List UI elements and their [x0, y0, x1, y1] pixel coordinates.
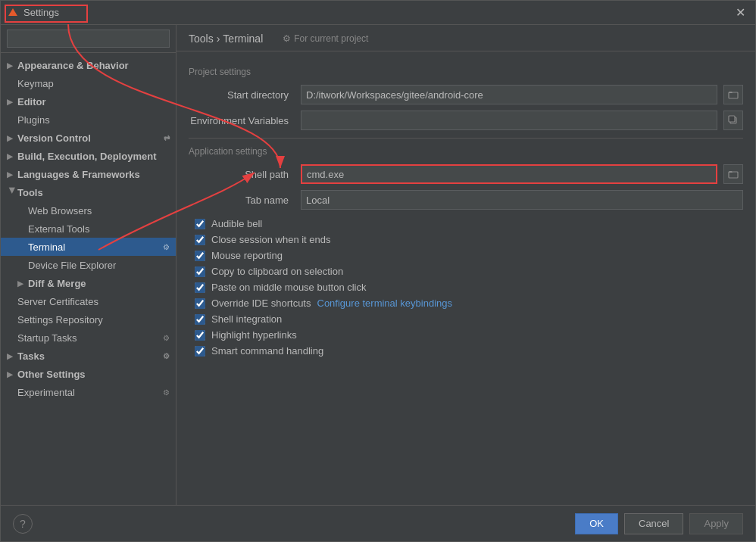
sidebar: ▶ Appearance & Behavior Keymap ▶ Editor …	[1, 25, 177, 505]
shell-integration-checkbox[interactable]	[195, 314, 205, 325]
paste-middle-checkbox[interactable]	[195, 282, 205, 293]
sidebar-item-server-certificates[interactable]: Server Certificates	[1, 292, 176, 310]
sidebar-item-web-browsers[interactable]: Web Browsers	[1, 201, 176, 220]
tab-name-row: Tab name	[189, 190, 743, 210]
highlight-hyperlinks-row: Highlight hyperlinks	[189, 327, 743, 343]
main-panel: Tools › Terminal ⚙ For current project P…	[177, 25, 755, 505]
folder-icon-2	[728, 169, 739, 179]
override-ide-row: Override IDE shortcuts Configure termina…	[189, 295, 743, 311]
start-directory-browse-button[interactable]	[723, 85, 743, 104]
arrow-icon: ▶	[17, 279, 28, 288]
smart-command-row: Smart command handling	[189, 343, 743, 359]
audible-bell-row: Audible bell	[189, 216, 743, 232]
sidebar-item-keymap[interactable]: Keymap	[1, 74, 176, 92]
divider-1	[189, 138, 743, 139]
sidebar-item-appearance[interactable]: ▶ Appearance & Behavior	[1, 56, 176, 74]
panel-header: Tools › Terminal ⚙ For current project	[177, 25, 755, 51]
breadcrumb: Tools › Terminal	[189, 33, 263, 45]
close-session-checkbox[interactable]	[195, 235, 205, 245]
sidebar-item-build[interactable]: ▶ Build, Execution, Deployment	[1, 147, 176, 165]
close-session-label[interactable]: Close session when it ends	[211, 234, 331, 245]
sidebar-item-terminal[interactable]: Terminal ⚙	[1, 238, 176, 256]
tasks2-icon: ⚙	[163, 352, 170, 360]
copy-clipboard-checkbox[interactable]	[195, 266, 205, 277]
shell-path-input[interactable]	[301, 164, 717, 184]
sync-icon: ⇄	[164, 134, 170, 142]
title-bar: Settings ✕	[1, 1, 755, 25]
sidebar-item-external-tools[interactable]: External Tools	[1, 220, 176, 238]
config-icon: ⚙	[163, 243, 170, 251]
configure-keybindings-link[interactable]: Configure terminal keybindings	[317, 297, 452, 309]
arrow-icon: ▶	[7, 98, 17, 106]
sidebar-item-experimental[interactable]: Experimental ⚙	[1, 383, 176, 401]
audible-bell-checkbox[interactable]	[195, 219, 205, 229]
tab-name-input[interactable]	[301, 190, 743, 210]
arrow-icon: ▶	[7, 352, 17, 360]
project-settings-title: Project settings	[189, 67, 743, 77]
smart-command-checkbox[interactable]	[195, 346, 205, 357]
sidebar-item-tasks[interactable]: ▶ Tasks ⚙	[1, 347, 176, 365]
arrow-icon: ▶	[7, 370, 17, 378]
svg-rect-1	[729, 92, 738, 98]
sidebar-item-editor[interactable]: ▶ Editor	[1, 92, 176, 111]
mouse-reporting-checkbox[interactable]	[195, 251, 205, 261]
search-input[interactable]	[7, 30, 170, 48]
svg-rect-3	[729, 116, 735, 122]
bottom-right: OK Cancel Apply	[575, 513, 743, 534]
env-vars-copy-button[interactable]	[723, 111, 743, 130]
sidebar-item-plugins[interactable]: Plugins	[1, 111, 176, 129]
highlight-hyperlinks-checkbox[interactable]	[195, 330, 205, 341]
smart-command-label[interactable]: Smart command handling	[211, 345, 323, 357]
panel-content: Project settings Start directory Environ…	[177, 51, 755, 505]
sidebar-item-version-control[interactable]: ▶ Version Control ⇄	[1, 129, 176, 147]
override-ide-checkbox[interactable]	[195, 298, 205, 309]
apply-button[interactable]: Apply	[689, 513, 743, 534]
folder-icon	[728, 89, 739, 100]
sidebar-item-languages[interactable]: ▶ Languages & Frameworks	[1, 165, 176, 183]
sidebar-item-other-settings[interactable]: ▶ Other Settings	[1, 365, 176, 383]
arrow-icon: ▶	[7, 61, 17, 70]
settings-dialog: Settings ✕ ▶ Appearance & Behavior Keyma…	[0, 0, 756, 542]
search-wrapper	[7, 30, 170, 48]
ok-button[interactable]: OK	[575, 513, 618, 534]
shell-integration-label[interactable]: Shell integration	[211, 313, 282, 325]
env-vars-label: Environment Variables	[189, 115, 295, 126]
bottom-bar: ? OK Cancel Apply	[1, 505, 755, 541]
cancel-button[interactable]: Cancel	[624, 513, 683, 534]
project-badge-label: For current project	[294, 33, 368, 44]
copy-clipboard-label[interactable]: Copy to clipboard on selection	[211, 266, 343, 277]
env-vars-input[interactable]	[301, 111, 717, 130]
sidebar-item-device-file-explorer[interactable]: Device File Explorer	[1, 256, 176, 274]
tab-name-label: Tab name	[189, 195, 295, 206]
sidebar-item-diff-merge[interactable]: ▶ Diff & Merge	[1, 274, 176, 292]
start-directory-row: Start directory	[189, 85, 743, 104]
paste-middle-row: Paste on middle mouse button click	[189, 279, 743, 295]
mouse-reporting-row: Mouse reporting	[189, 248, 743, 263]
shell-integration-row: Shell integration	[189, 311, 743, 327]
sidebar-item-tools[interactable]: ▶ Tools	[1, 183, 176, 201]
dialog-title: Settings	[23, 7, 731, 18]
override-ide-label[interactable]: Override IDE shortcuts	[211, 297, 311, 309]
content-area: ▶ Appearance & Behavior Keymap ▶ Editor …	[1, 25, 755, 505]
breadcrumb-parent: Tools	[189, 33, 214, 45]
start-directory-input[interactable]	[301, 85, 717, 104]
shell-path-row: Shell path	[189, 164, 743, 184]
exp-icon: ⚙	[163, 388, 170, 397]
help-button[interactable]: ?	[13, 514, 33, 534]
paste-middle-label[interactable]: Paste on middle mouse button click	[211, 282, 367, 293]
sidebar-item-settings-repository[interactable]: Settings Repository	[1, 310, 176, 329]
copy-clipboard-row: Copy to clipboard on selection	[189, 263, 743, 279]
copy-icon	[728, 115, 739, 126]
close-session-row: Close session when it ends	[189, 232, 743, 248]
breadcrumb-sep: ›	[217, 33, 220, 45]
audible-bell-label[interactable]: Audible bell	[211, 218, 262, 229]
mouse-reporting-label[interactable]: Mouse reporting	[211, 250, 283, 261]
nav-tree: ▶ Appearance & Behavior Keymap ▶ Editor …	[1, 53, 176, 505]
close-button[interactable]: ✕	[731, 4, 749, 22]
sidebar-item-startup-tasks[interactable]: Startup Tasks ⚙	[1, 329, 176, 347]
env-vars-row: Environment Variables	[189, 111, 743, 130]
highlight-hyperlinks-label[interactable]: Highlight hyperlinks	[211, 329, 297, 341]
svg-marker-0	[8, 8, 17, 16]
shell-path-browse-button[interactable]	[723, 164, 743, 184]
app-settings-title: Application settings	[189, 146, 743, 157]
